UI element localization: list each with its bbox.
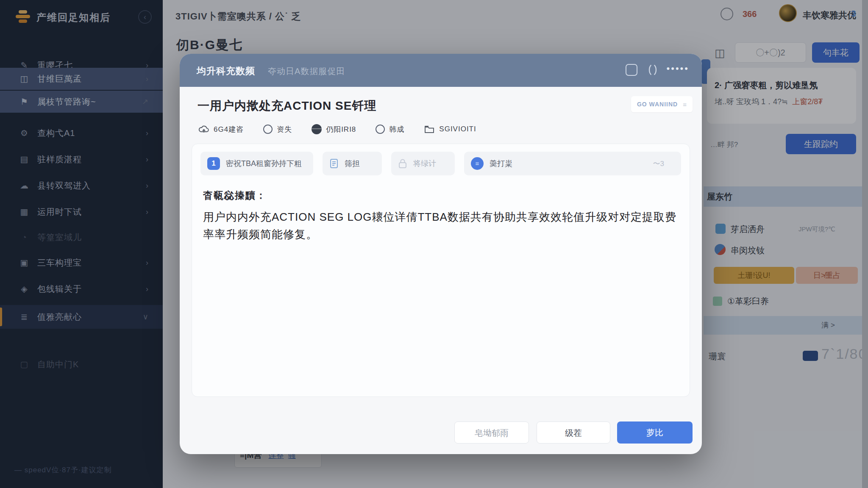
status-item-5: SGIVIOITI — [424, 125, 476, 134]
screen: 产维回足知相后 ‹ ✎ 重嘤孑七 › ◫ 甘维巨萬孟 › ⚑ 属枝节管路诲~ ↗… — [0, 0, 868, 488]
modal-title: 均升科充数频 — [197, 65, 255, 78]
step-4-count: 〜3 — [653, 159, 664, 169]
step-label: 筛担 — [345, 158, 360, 169]
step-label: 将绿计 — [413, 158, 436, 169]
circle-icon — [376, 125, 385, 134]
modal-subtitle: 夺动日A数据服促田 — [268, 66, 345, 77]
cloud-upload-icon — [198, 125, 209, 134]
status-item-4: 韩成 — [376, 125, 404, 134]
ellipsis-menu-icon[interactable]: ••••• — [666, 63, 689, 74]
secondary-button[interactable]: 级茬 — [537, 421, 610, 444]
step-4-circle-badge: ≡ — [471, 157, 484, 170]
step-4[interactable]: ≡ 羮打粜 〜3 — [464, 152, 681, 175]
status-label: 仍阳IRI8 — [326, 125, 356, 134]
modal-header: 均升科充数频 夺动日A数据服促田 ••••• — [180, 54, 702, 87]
status-label: SGIVIOITI — [439, 125, 476, 133]
warning-badge[interactable]: GO WANIIND ≡ — [631, 96, 693, 112]
warning-badge-box-icon: ≡ — [683, 101, 687, 108]
step-label: 羮打粜 — [490, 158, 512, 169]
modal-heading: 一用户内揿处充ACTION SE钎理 — [198, 98, 376, 114]
expand-brackets-icon[interactable] — [647, 64, 659, 76]
status-item-1: 6G4建咨 — [198, 125, 244, 134]
step-3[interactable]: 将绿计 — [391, 152, 455, 175]
cancel-button[interactable]: 皂坳郁雨 — [454, 421, 529, 444]
step-label: 密祝TBA租窗孙持下粗 — [226, 158, 302, 169]
folder-icon — [424, 125, 435, 134]
stepper: 1 密祝TBA租窗孙持下粗 筛担 将绿计 ≡ 羮打粜 — [200, 152, 681, 175]
status-label: 6G4建咨 — [214, 125, 244, 134]
body-paragraph: 用户内内外充ACTION SEG LOG耲位详倩TTBA数据共有协助共享效效轮值… — [203, 208, 682, 243]
circle-icon — [263, 125, 273, 134]
status-item-3: 仍阳IRI8 — [312, 124, 356, 134]
step-1[interactable]: 1 密祝TBA租窗孙持下粗 — [200, 152, 313, 175]
modal-dialog: 均升科充数频 夺动日A数据服促田 ••••• 一用户内揿处充ACTION SE钎… — [180, 54, 702, 454]
warning-badge-label: GO WANIIND — [637, 101, 678, 108]
step-2[interactable]: 筛担 — [323, 152, 382, 175]
section-label: 杳瓻惢搸黷： — [203, 189, 267, 202]
step-1-number-badge: 1 — [207, 157, 220, 170]
confirm-button[interactable]: 萝比 — [617, 421, 693, 444]
lock-icon — [398, 158, 407, 169]
status-row: 6G4建咨 资失 仍阳IRI8 韩成 SGIVIOITI — [198, 124, 476, 134]
status-item-2: 资失 — [263, 125, 292, 134]
document-icon — [329, 158, 339, 169]
status-label: 韩成 — [389, 125, 404, 134]
modal-inner-card: 1 密祝TBA租窗孙持下粗 筛担 将绿计 ≡ 羮打粜 — [192, 144, 690, 397]
copy-window-icon[interactable] — [626, 64, 637, 76]
status-label: 资失 — [277, 125, 292, 134]
globe-dark-icon — [312, 124, 322, 134]
